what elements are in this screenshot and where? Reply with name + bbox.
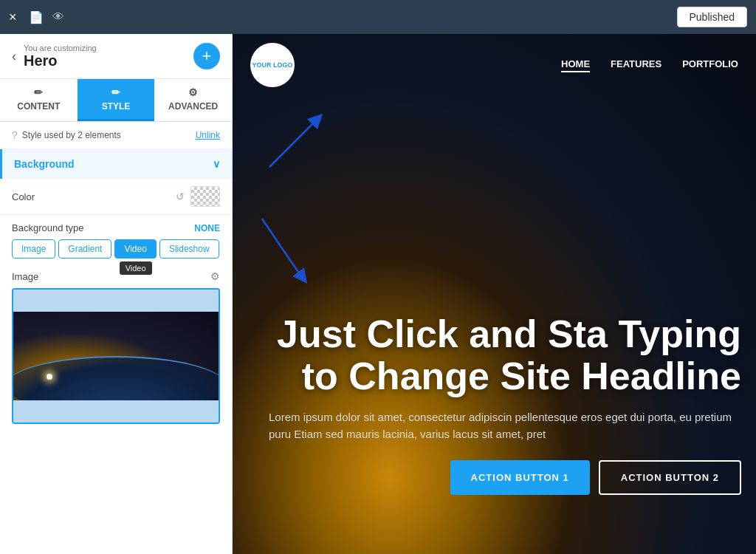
image-preview-main	[13, 312, 219, 400]
preview-eye-icon[interactable]: 👁	[52, 10, 64, 24]
image-preview-top	[13, 290, 219, 312]
preview-area: YOUR LOGO HOME FEATURES PORTFOLIO Just C…	[233, 34, 756, 554]
video-tooltip: Video	[120, 261, 152, 275]
customizing-label: You are customizing	[24, 44, 193, 52]
close-icon[interactable]: ×	[9, 10, 17, 25]
document-icon[interactable]: 📄	[29, 10, 44, 24]
hero-buttons: ACTION BUTTON 1 ACTION BUTTON 2	[239, 460, 741, 495]
color-label: Color	[12, 191, 176, 202]
nav-portfolio[interactable]: PORTFOLIO	[682, 58, 738, 72]
background-label: Background	[14, 158, 75, 170]
main-layout: ‹ You are customizing Hero + ✏ CONTENT ✏…	[0, 34, 756, 554]
advanced-icon: ⚙	[188, 86, 198, 98]
bg-type-image-btn[interactable]: Image	[12, 239, 55, 259]
sidebar-title: Hero	[24, 52, 193, 69]
style-icon: ✏	[111, 86, 120, 98]
bg-type-slideshow-btn[interactable]: Slideshow	[159, 239, 219, 259]
tab-advanced-label: ADVANCED	[168, 101, 218, 112]
chevron-down-icon: ∨	[213, 158, 220, 170]
video-tooltip-wrapper: Video Video	[114, 239, 156, 259]
reset-icon[interactable]: ↺	[176, 191, 185, 202]
sidebar-title-block: You are customizing Hero	[24, 44, 193, 69]
headline: Just Click and Sta Typing to Change Site…	[239, 313, 741, 397]
info-icon: ?	[12, 129, 18, 141]
tab-style[interactable]: ✏ STYLE	[78, 79, 155, 121]
action-button-2[interactable]: ACTION BUTTON 2	[599, 460, 741, 495]
settings-icon[interactable]: ⚙	[210, 270, 220, 282]
tab-style-label: STYLE	[102, 101, 131, 112]
bg-type-label: Background type	[12, 222, 194, 233]
preview-background: YOUR LOGO HOME FEATURES PORTFOLIO Just C…	[233, 34, 756, 554]
bg-type-gradient-btn[interactable]: Gradient	[58, 239, 111, 259]
subtext: Lorem ipsum dolor sit amet, consectetur …	[239, 409, 741, 442]
preview-nav: HOME FEATURES PORTFOLIO	[561, 58, 738, 72]
image-label: Image	[12, 271, 210, 282]
image-section: Image ⚙	[0, 263, 232, 431]
style-notice: ? Style used by 2 elements Unlink	[0, 122, 232, 149]
published-button[interactable]: Published	[677, 7, 748, 27]
earth-arc	[13, 356, 219, 400]
content-icon: ✏	[34, 86, 43, 98]
bg-type-video-btn[interactable]: Video	[114, 239, 156, 259]
tab-bar: ✏ CONTENT ✏ STYLE ⚙ ADVANCED	[0, 79, 232, 122]
sidebar: ‹ You are customizing Hero + ✏ CONTENT ✏…	[0, 34, 233, 554]
bg-type-label-row: Background type NONE	[12, 222, 220, 233]
unlink-button[interactable]: Unlink	[196, 130, 220, 140]
space-scene	[13, 312, 219, 400]
bg-type-buttons: Image Gradient Video Video Slideshow	[12, 239, 220, 259]
add-button[interactable]: +	[193, 43, 220, 69]
glow-dot	[47, 374, 52, 380]
color-preview[interactable]	[190, 186, 220, 207]
tab-content-label: CONTENT	[17, 101, 60, 112]
color-row: Color ↺	[0, 179, 232, 215]
action-button-1[interactable]: ACTION BUTTON 1	[450, 460, 590, 495]
nav-home[interactable]: HOME	[561, 58, 590, 72]
nav-features[interactable]: FEATURES	[611, 58, 662, 72]
tab-advanced[interactable]: ⚙ ADVANCED	[154, 79, 232, 121]
top-bar-icons: 📄 👁	[29, 10, 64, 24]
hero-content: Just Click and Sta Typing to Change Site…	[239, 313, 741, 495]
image-preview-container[interactable]	[12, 288, 220, 424]
back-button[interactable]: ‹	[12, 49, 16, 64]
bg-type-none-button[interactable]: NONE	[194, 223, 220, 233]
logo: YOUR LOGO	[250, 43, 295, 87]
image-preview-bottom	[13, 400, 219, 423]
top-bar: × 📄 👁 Published	[0, 0, 756, 34]
style-notice-text: Style used by 2 elements	[22, 130, 121, 140]
sidebar-header: ‹ You are customizing Hero +	[0, 34, 232, 79]
image-section-header: Image ⚙	[12, 270, 220, 282]
background-section-header[interactable]: Background ∨	[0, 149, 232, 179]
tab-content[interactable]: ✏ CONTENT	[0, 79, 78, 121]
preview-navbar: YOUR LOGO HOME FEATURES PORTFOLIO	[233, 34, 756, 96]
bg-type-row: Background type NONE Image Gradient Vide…	[0, 215, 232, 263]
